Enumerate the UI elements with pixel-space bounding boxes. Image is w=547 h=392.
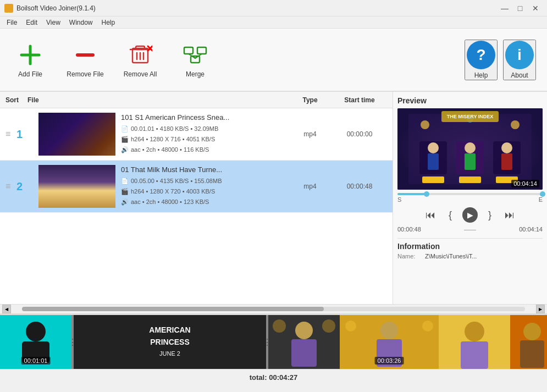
timeline-item-last[interactable] xyxy=(510,315,547,369)
drag-handle[interactable]: ≡ xyxy=(5,129,16,139)
app-icon xyxy=(4,4,13,13)
menu-view[interactable]: View xyxy=(42,18,65,27)
svg-point-28 xyxy=(501,142,512,153)
menu-help[interactable]: Help xyxy=(97,18,120,27)
add-file-icon xyxy=(17,42,43,68)
mark-in-button[interactable]: { xyxy=(443,207,458,223)
title-bar-controls: — □ ✕ xyxy=(498,3,543,14)
menu-file[interactable]: File xyxy=(2,18,21,27)
preview-slider-row xyxy=(397,193,543,195)
scroll-right-arrow[interactable]: ▶ xyxy=(536,305,545,313)
info-name-row: Name: Z\Music\iTunes\iT... xyxy=(397,253,543,260)
help-about-group: ? Help i About xyxy=(465,40,536,80)
menu-edit[interactable]: Edit xyxy=(21,18,42,27)
svg-rect-54 xyxy=(461,341,488,369)
add-file-button[interactable]: Add File xyxy=(11,42,49,78)
preview-slider-start-thumb[interactable] xyxy=(424,191,429,197)
scrollbar-track[interactable] xyxy=(22,307,525,311)
svg-point-26 xyxy=(465,142,476,153)
remove-file-label: Remove File xyxy=(67,70,103,78)
row-number: 1 xyxy=(16,128,33,141)
remove-all-label: Remove All xyxy=(124,70,157,78)
file-list-header: Sort File Type Start time xyxy=(0,92,393,108)
information-section: Information Name: Z\Music\iTunes\iT... xyxy=(397,238,543,261)
merge-button[interactable]: Merge xyxy=(176,42,214,78)
about-label: About xyxy=(511,71,528,79)
preview-video-inner: THE MISERY INDEX xyxy=(397,108,543,190)
timeline: 00:01:01 ⋮ AMERICAN PRINCESS JUNE 2 ⋮ xyxy=(0,314,547,369)
svg-text:PRINCESS: PRINCESS xyxy=(150,338,190,346)
skip-to-start-button[interactable]: ⏮ xyxy=(423,207,438,223)
svg-point-24 xyxy=(428,142,439,153)
status-bar: total: 00:04:27 xyxy=(0,369,547,385)
horizontal-scrollbar[interactable]: ◀ ▶ xyxy=(0,304,547,314)
preview-slider-end-thumb[interactable] xyxy=(540,191,545,197)
timeline-time-2: 00:03:26 xyxy=(375,357,404,365)
remove-file-icon xyxy=(72,42,98,68)
col-start-header: Start time xyxy=(332,96,387,104)
timeline-item-2c[interactable] xyxy=(439,315,510,369)
play-button[interactable]: ▶ xyxy=(462,207,478,223)
remove-file-button[interactable]: Remove File xyxy=(66,42,104,78)
meta-file: 00.01.01 • 4180 KB/S • 32.09MB xyxy=(131,124,218,134)
row-thumbnail xyxy=(38,113,115,156)
menu-window[interactable]: Window xyxy=(65,18,97,27)
video-meta-icon: 🎬 xyxy=(121,134,129,145)
information-title: Information xyxy=(397,242,543,251)
meta-file: 00.05.00 • 4135 KB/S • 155.08MB xyxy=(131,176,222,186)
row-start: 00:00:48 xyxy=(332,183,387,190)
svg-rect-13 xyxy=(191,56,200,63)
file-meta-icon: 📄 xyxy=(121,176,129,186)
scrollbar-thumb[interactable] xyxy=(22,307,324,311)
start-time: 00:00:48 xyxy=(397,226,421,233)
svg-point-18 xyxy=(421,120,429,129)
timeline-item-2b[interactable]: 00:03:26 xyxy=(340,315,439,369)
about-icon: i xyxy=(505,41,534,69)
meta-video: h264 • 1280 X 716 • 4051 KB/S xyxy=(131,134,215,145)
skip-to-end-button[interactable]: ⏭ xyxy=(502,207,517,223)
timeline-item-1a[interactable]: 00:01:01 xyxy=(0,315,71,369)
close-button[interactable]: ✕ xyxy=(528,3,543,14)
timeline-track: 00:01:01 ⋮ AMERICAN PRINCESS JUNE 2 ⋮ xyxy=(0,315,547,369)
meta-audio-line: 🔊 aac • 2ch • 48000 • 123 KB/S xyxy=(121,197,288,207)
timeline-item-1b[interactable]: AMERICAN PRINCESS JUNE 2 xyxy=(74,315,266,369)
preview-slider[interactable] xyxy=(397,193,543,195)
row-number: 2 xyxy=(16,180,33,193)
row-type: mp4 xyxy=(288,130,332,138)
maximize-button[interactable]: □ xyxy=(513,3,527,14)
info-name-label: Name: xyxy=(397,253,425,260)
meta-audio: aac • 2ch • 48000 • 116 KB/S xyxy=(131,145,209,155)
svg-point-46 xyxy=(322,319,335,333)
remove-all-button[interactable]: Remove All xyxy=(121,42,159,78)
mark-out-button[interactable]: } xyxy=(482,207,498,223)
svg-rect-27 xyxy=(465,153,476,170)
svg-rect-29 xyxy=(501,153,512,170)
timeline-item-2a[interactable] xyxy=(268,315,340,369)
svg-point-48 xyxy=(380,322,398,339)
help-button[interactable]: ? Help xyxy=(465,40,498,80)
row-meta: 📄 00.05.00 • 4135 KB/S • 155.08MB 🎬 h264… xyxy=(121,176,288,207)
help-icon: ? xyxy=(467,41,495,69)
remove-all-icon xyxy=(127,42,153,68)
meta-video-line: 🎬 h264 • 1280 X 716 • 4051 KB/S xyxy=(121,134,288,145)
svg-text:JUNE 2: JUNE 2 xyxy=(159,350,180,357)
row-title: 01 That Milk Must Have Turne... xyxy=(121,165,288,174)
se-labels: S E xyxy=(397,196,543,203)
video-meta-icon: 🎬 xyxy=(121,186,129,197)
scroll-left-arrow[interactable]: ◀ xyxy=(2,305,11,313)
start-label: S xyxy=(397,196,401,203)
svg-point-56 xyxy=(523,323,541,340)
drag-handle[interactable]: ≡ xyxy=(5,181,16,191)
meta-file-line: 📄 00.01.01 • 4180 KB/S • 32.09MB xyxy=(121,124,288,134)
end-time: 00:04:14 xyxy=(519,226,543,233)
col-type-header: Type xyxy=(288,96,332,104)
merge-icon xyxy=(182,42,208,68)
col-file-header: File xyxy=(27,96,288,104)
add-file-label: Add File xyxy=(18,70,42,78)
table-row[interactable]: ≡ 1 101 S1 American Princess Snea... 📄 0… xyxy=(0,108,393,161)
about-button[interactable]: i About xyxy=(503,40,536,80)
row-info: 101 S1 American Princess Snea... 📄 00.01… xyxy=(121,113,288,154)
audio-meta-icon: 🔊 xyxy=(121,197,129,207)
minimize-button[interactable]: — xyxy=(498,3,512,14)
table-row[interactable]: ≡ 2 01 That Milk Must Have Turne... 📄 00… xyxy=(0,161,393,213)
